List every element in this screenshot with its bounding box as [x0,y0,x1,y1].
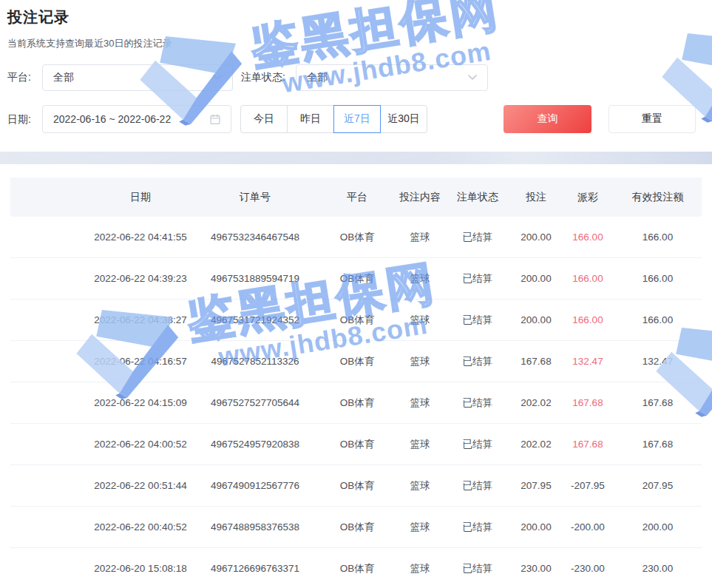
platform-select-value: 全部 [53,71,74,84]
quick-date-today-button[interactable]: 今日 [240,105,288,133]
payout-cell: -207.95 [562,465,614,507]
page-subtitle: 当前系统支持查询最近30日的投注记录 [7,37,172,50]
pad-cell [10,465,90,507]
status-select[interactable]: 全部 [296,64,488,91]
valid-cell: 167.68 [614,424,702,465]
status-cell: 已结算 [445,382,510,424]
pad-cell [10,424,90,465]
date-cell: 2022-06-22 04:41:55 [90,217,191,258]
date-cell: 2022-06-22 04:16:57 [90,341,191,382]
quick-date-last30-button[interactable]: 近30日 [380,105,427,133]
platform-cell: OB体育 [319,424,395,465]
table-row: 2022-06-22 00:51:444967490912567776OB体育篮… [10,465,702,507]
bet-cell: 200.00 [510,258,562,300]
col-header-valid: 有效投注额 [614,178,702,217]
pad-cell [10,548,90,588]
valid-cell: 230.00 [614,548,702,588]
bet-cell: 202.02 [510,382,562,424]
order-cell: 4967531889594719 [191,258,319,300]
chevron-down-icon [213,75,222,81]
payout-cell: 167.68 [562,424,614,465]
col-header-date: 日期 [90,178,191,217]
platform-select[interactable]: 全部 [42,64,233,91]
order-cell: 4967126696763371 [191,548,319,588]
payout-cell: -230.00 [562,548,614,588]
payout-cell: 132.47 [562,341,614,382]
valid-cell: 167.68 [614,382,702,424]
content-cell: 篮球 [395,258,445,300]
date-cell: 2022-06-22 00:51:44 [90,465,191,507]
content-cell: 篮球 [395,465,445,507]
status-cell: 已结算 [445,341,510,382]
status-cell: 已结算 [445,300,510,341]
order-cell: 4967527527705644 [191,382,319,424]
status-label: 注单状态: [241,71,285,84]
status-select-value: 全部 [307,71,328,84]
date-range-input[interactable]: 2022-06-16 ~ 2022-06-22 [42,105,231,133]
platform-cell: OB体育 [319,382,395,424]
valid-cell: 207.95 [614,465,702,507]
date-cell: 2022-06-22 04:39:23 [90,258,191,300]
bet-cell: 200.00 [510,217,562,258]
bet-cell: 200.00 [510,507,562,548]
order-cell: 4967527852113326 [191,341,319,382]
content-cell: 篮球 [395,341,445,382]
records-table-wrap: 日期 订单号 平台 投注内容 注单状态 投注 派彩 有效投注额 2022-06-… [10,178,702,588]
status-cell: 已结算 [445,548,510,588]
pad-cell [10,382,90,424]
payout-cell: 166.00 [562,258,614,300]
platform-label: 平台: [7,71,31,84]
order-cell: 4967490912567776 [191,465,319,507]
reset-button[interactable]: 重置 [608,105,696,133]
col-header-platform: 平台 [319,178,395,217]
bet-cell: 202.02 [510,424,562,465]
pad-cell [10,341,90,382]
status-cell: 已结算 [445,424,510,465]
content-cell: 篮球 [395,382,445,424]
betting-records-page: 投注记录 当前系统支持查询最近30日的投注记录 平台: 全部 注单状态: 全部 … [0,0,712,588]
date-cell: 2022-06-22 04:15:09 [90,382,191,424]
table-row: 2022-06-22 04:00:524967524957920838OB体育篮… [10,424,702,465]
table-row: 2022-06-22 04:41:554967532346467548OB体育篮… [10,217,702,258]
col-header-payout: 派彩 [562,178,614,217]
order-cell: 4967531721924352 [191,300,319,341]
quick-date-yesterday-button[interactable]: 昨日 [287,105,334,133]
valid-cell: 166.00 [614,258,702,300]
table-row: 2022-06-20 15:08:184967126696763371OB体育篮… [10,548,702,588]
pad-cell [10,258,90,300]
pad-header [10,178,90,217]
platform-cell: OB体育 [319,507,395,548]
col-header-order: 订单号 [191,178,319,217]
content-cell: 篮球 [395,424,445,465]
pad-cell [10,300,90,341]
query-button[interactable]: 查询 [504,105,591,133]
platform-cell: OB体育 [319,300,395,341]
col-header-content: 投注内容 [395,178,445,217]
date-cell: 2022-06-22 00:40:52 [90,507,191,548]
platform-cell: OB体育 [319,217,395,258]
platform-cell: OB体育 [319,465,395,507]
content-cell: 篮球 [395,217,445,258]
platform-cell: OB体育 [319,258,395,300]
date-cell: 2022-06-20 15:08:18 [90,548,191,588]
valid-cell: 166.00 [614,217,702,258]
valid-cell: 166.00 [614,300,702,341]
table-row: 2022-06-22 04:38:274967531721924352OB体育篮… [10,300,702,341]
status-cell: 已结算 [445,258,510,300]
payout-cell: -200.00 [562,507,614,548]
order-cell: 4967524957920838 [191,424,319,465]
table-header-row: 日期 订单号 平台 投注内容 注单状态 投注 派彩 有效投注额 [10,178,702,217]
status-cell: 已结算 [445,465,510,507]
date-range-value: 2022-06-16 ~ 2022-06-22 [53,113,171,125]
content-cell: 篮球 [395,300,445,341]
bet-cell: 167.68 [510,341,562,382]
bet-cell: 207.95 [510,465,562,507]
col-header-bet: 投注 [510,178,562,217]
valid-cell: 132.47 [614,341,702,382]
col-header-status: 注单状态 [445,178,510,217]
calendar-icon [210,114,220,124]
date-cell: 2022-06-22 04:00:52 [90,424,191,465]
bet-cell: 230.00 [510,548,562,588]
quick-date-last7-button[interactable]: 近7日 [333,105,381,133]
valid-cell: 200.00 [614,507,702,548]
